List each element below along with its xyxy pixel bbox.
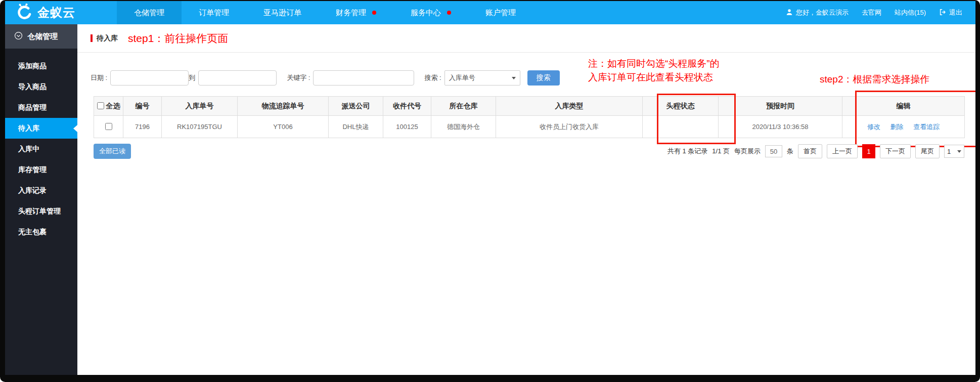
prev-page-button[interactable]: 上一页 xyxy=(827,144,858,158)
col-carrier: 派送公司 xyxy=(329,97,383,116)
row-checkbox[interactable] xyxy=(105,123,112,130)
official-site-link[interactable]: 去官网 xyxy=(862,8,881,17)
annotation-step1: step1：前往操作页面 xyxy=(128,31,228,46)
nav-label: 账户管理 xyxy=(485,8,516,18)
user-icon xyxy=(786,9,793,17)
search-type-select[interactable]: 入库单号 xyxy=(444,70,520,86)
page-title: 待入库 xyxy=(97,34,118,43)
sidebar-item-inbound-in-progress[interactable]: 入库中 xyxy=(5,139,77,159)
keyword-label: 关键字 : xyxy=(287,73,310,82)
notification-dot xyxy=(372,11,376,15)
nav-finance-mgmt[interactable]: 财务管理 xyxy=(319,1,393,24)
date-label: 日期 : xyxy=(91,73,107,82)
table-header-row: 全选 编号 入库单号 物流追踪单号 派送公司 收件代号 所在仓库 入库类型 头程… xyxy=(94,97,965,116)
sidebar-item-product-mgmt[interactable]: 商品管理 xyxy=(5,97,77,118)
sidebar-item-first-leg-orders[interactable]: 头程订单管理 xyxy=(5,201,77,222)
date-from-input[interactable] xyxy=(110,70,189,86)
site-messages-link[interactable]: 站内信(15) xyxy=(895,8,926,17)
sidebar-menu: 添加商品 导入商品 商品管理 待入库 入库中 库存管理 入库记录 头程订单管理 … xyxy=(5,49,77,242)
window-frame: 金蚁云 仓储管理 订单管理 亚马逊订单 财务管理 服务中心 xyxy=(0,0,980,382)
nav-service-center[interactable]: 服务中心 xyxy=(393,1,468,24)
sidebar-item-add-product[interactable]: 添加商品 xyxy=(5,56,77,76)
sidebar-item-pending-inbound[interactable]: 待入库 xyxy=(5,118,77,139)
annotation-note-line2: 入库订单可在此查看头程状态 xyxy=(588,70,720,84)
annotation-note-line1: 注：如有同时勾选“头程服务”的 xyxy=(588,57,720,70)
search-type-label: 搜索 : xyxy=(424,73,441,82)
sidebar-item-unclaimed-packages[interactable]: 无主包裹 xyxy=(5,222,77,242)
sidebar-item-import-product[interactable]: 导入商品 xyxy=(5,76,77,97)
last-page-button[interactable]: 尾页 xyxy=(915,144,940,158)
edit-link[interactable]: 修改 xyxy=(867,123,880,131)
select-all-header: 全选 xyxy=(94,97,123,116)
col-first-leg-status: 头程状态 xyxy=(643,97,719,116)
top-nav: 仓储管理 订单管理 亚马逊订单 财务管理 服务中心 账户管理 xyxy=(117,1,533,24)
select-all-checkbox[interactable] xyxy=(97,102,104,109)
nav-amazon-orders[interactable]: 亚马逊订单 xyxy=(246,1,319,24)
delete-link[interactable]: 删除 xyxy=(890,123,904,131)
user-greeting[interactable]: 您好，金蚁云演示 xyxy=(786,8,849,17)
sidebar-item-label: 无主包裹 xyxy=(18,228,47,236)
ant-logo-icon xyxy=(15,4,33,22)
chevron-down-icon xyxy=(957,150,961,153)
sidebar-item-inventory-mgmt[interactable]: 库存管理 xyxy=(5,159,77,180)
sidebar-section-label: 仓储管理 xyxy=(27,32,58,41)
current-page-indicator: 1 xyxy=(862,144,875,158)
first-page-button[interactable]: 首页 xyxy=(798,144,822,158)
cell-order-no: RK107195TGU xyxy=(162,116,238,138)
select-all-label: 全选 xyxy=(106,102,120,110)
col-id: 编号 xyxy=(123,97,162,116)
col-inbound-type: 入库类型 xyxy=(496,97,643,116)
view-tracking-link[interactable]: 查看追踪 xyxy=(913,123,940,131)
cell-warehouse: 德国海外仓 xyxy=(431,116,496,138)
date-to-input[interactable] xyxy=(198,70,277,86)
table-row: 7196 RK107195TGU YT006 DHL快递 100125 德国海外… xyxy=(94,116,965,138)
chevron-down-icon xyxy=(512,77,516,79)
per-page-label: 每页展示 xyxy=(734,147,761,156)
sidebar: 仓储管理 添加商品 导入商品 商品管理 待入库 入库中 库存管理 入库记录 头程… xyxy=(5,24,77,375)
sidebar-section-warehouse[interactable]: 仓储管理 xyxy=(5,24,77,49)
mark-all-read-button[interactable]: 全部已读 xyxy=(94,144,131,159)
sidebar-item-label: 头程订单管理 xyxy=(18,207,61,215)
search-button[interactable]: 搜索 xyxy=(527,70,560,86)
cell-carrier: DHL快递 xyxy=(329,116,383,138)
topbar: 金蚁云 仓储管理 订单管理 亚马逊订单 财务管理 服务中心 xyxy=(5,1,975,24)
chevron-down-circle-icon xyxy=(14,31,23,41)
logout-icon xyxy=(939,9,946,17)
col-edit: 编辑 xyxy=(842,97,965,116)
logout-button[interactable]: 退出 xyxy=(939,8,962,17)
date-to-label: 到 xyxy=(189,73,195,82)
main-content: 待入库 step1：前往操作页面 注：如有同时勾选“头程服务”的 入库订单可在此… xyxy=(77,24,975,375)
per-page-unit: 条 xyxy=(787,147,793,156)
topbar-right: 您好，金蚁云演示 去官网 站内信(15) 退出 xyxy=(786,1,975,24)
sidebar-item-label: 库存管理 xyxy=(18,165,47,174)
record-summary: 共有 1 条记录 xyxy=(667,147,707,156)
nav-label: 服务中心 xyxy=(411,8,441,18)
per-page-input[interactable] xyxy=(765,145,782,157)
nav-order-mgmt[interactable]: 订单管理 xyxy=(182,1,246,24)
sidebar-item-label: 入库记录 xyxy=(18,186,47,194)
filter-bar: 日期 : 到 关键字 : 搜索 : 入库单号 搜索 xyxy=(91,70,560,86)
logo[interactable]: 金蚁云 xyxy=(5,1,86,24)
keyword-input[interactable] xyxy=(313,70,414,86)
col-warehouse: 所在仓库 xyxy=(431,97,496,116)
app-viewport: 金蚁云 仓储管理 订单管理 亚马逊订单 财务管理 服务中心 xyxy=(5,1,975,375)
sidebar-item-inbound-records[interactable]: 入库记录 xyxy=(5,180,77,201)
title-accent-bar xyxy=(91,34,93,42)
cell-id: 7196 xyxy=(123,116,162,138)
messages-text: 站内信(15) xyxy=(895,8,926,17)
cell-select xyxy=(94,116,123,138)
nav-warehouse-mgmt[interactable]: 仓储管理 xyxy=(117,1,182,24)
nav-account-mgmt[interactable]: 账户管理 xyxy=(468,1,533,24)
cell-recipient-code: 100125 xyxy=(383,116,431,138)
next-page-button[interactable]: 下一页 xyxy=(880,144,911,158)
nav-label: 亚马逊订单 xyxy=(263,8,301,18)
official-site-text: 去官网 xyxy=(862,8,881,17)
table-footer: 全部已读 共有 1 条记录 1/1 页 每页展示 条 首页 上一页 1 下一页 … xyxy=(94,144,964,159)
page-titlebar: 待入库 step1：前往操作页面 xyxy=(77,24,975,53)
cell-forecast-time: 2020/11/3 10:36:58 xyxy=(719,116,842,138)
page-jump-select[interactable]: 1 xyxy=(944,145,964,158)
sidebar-item-label: 入库中 xyxy=(18,145,39,153)
nav-label: 财务管理 xyxy=(336,8,366,18)
col-order-no: 入库单号 xyxy=(162,97,238,116)
col-forecast-time: 预报时间 xyxy=(719,97,842,116)
